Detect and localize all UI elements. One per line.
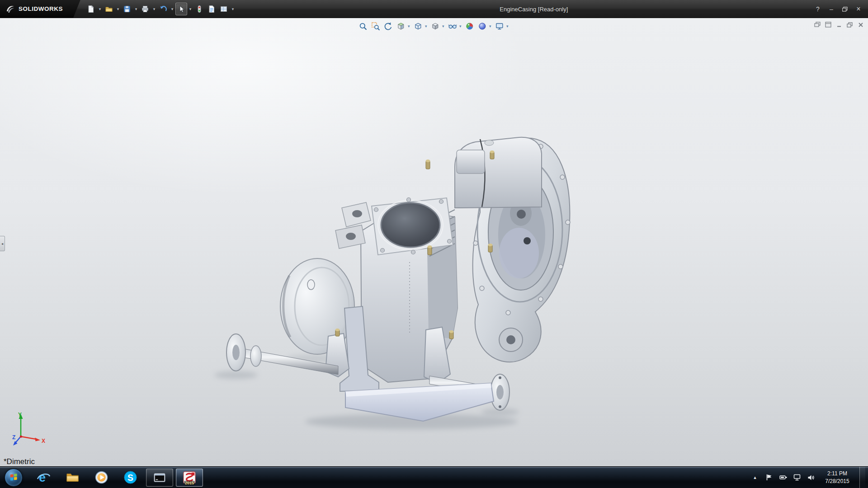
- taskbar-solidworks[interactable]: 2015: [176, 469, 203, 487]
- view-orientation-icon: [413, 22, 422, 31]
- undo-button[interactable]: [157, 3, 169, 15]
- doc-minimize-icon: [836, 22, 842, 28]
- view-settings-button[interactable]: [494, 20, 505, 32]
- taskbar: e: [0, 466, 868, 488]
- options-dropdown[interactable]: ▾: [230, 7, 236, 11]
- file-properties-button[interactable]: [206, 3, 217, 15]
- taskbar-command-prompt[interactable]: [146, 469, 173, 487]
- main-toolbar: ▾ ▾ ▾: [85, 3, 236, 15]
- hide-show-items-dropdown[interactable]: ▾: [458, 24, 462, 28]
- section-view-icon: [396, 22, 405, 31]
- triad-y-label: Y: [18, 412, 22, 418]
- undo-dropdown[interactable]: ▾: [170, 7, 175, 11]
- display-style-dropdown[interactable]: ▾: [441, 24, 445, 28]
- open-dropdown[interactable]: ▾: [115, 7, 121, 11]
- taskbar-windows-explorer[interactable]: [58, 467, 87, 488]
- help-button[interactable]: ?: [812, 4, 824, 14]
- new-document-icon: [87, 5, 95, 13]
- doc-cascade-button[interactable]: [813, 21, 821, 28]
- triad-z-label: Z: [12, 434, 15, 441]
- solidworks-logo: SOLIDWORKS: [0, 0, 80, 18]
- ds-logo-icon: [5, 4, 15, 14]
- open-button[interactable]: [103, 3, 115, 15]
- view-orientation-button[interactable]: [412, 20, 424, 32]
- taskbar-clock[interactable]: 2:11 PM 7/28/2015: [821, 470, 854, 484]
- doc-close-icon: [858, 22, 863, 28]
- svg-text:e: e: [39, 471, 46, 484]
- volume-icon[interactable]: [807, 474, 815, 482]
- print-dropdown[interactable]: ▾: [151, 7, 157, 11]
- solidworks-window: SOLIDWORKS ▾ ▾: [0, 0, 868, 488]
- media-player-icon: [94, 470, 108, 484]
- display-style-icon: [430, 22, 439, 31]
- zoom-to-fit-icon: [358, 22, 367, 31]
- restore-button[interactable]: [839, 4, 851, 14]
- svg-text:S: S: [127, 473, 133, 483]
- undo-icon: [159, 5, 167, 13]
- engine-casing-model: [0, 18, 868, 466]
- network-icon[interactable]: [793, 474, 801, 482]
- save-dropdown[interactable]: ▾: [133, 7, 139, 11]
- cascade-windows-icon: [814, 22, 821, 28]
- file-properties-icon: [208, 5, 216, 13]
- system-tray: ▴: [751, 467, 868, 488]
- zoom-to-area-button[interactable]: [370, 20, 381, 32]
- print-icon: [141, 5, 149, 13]
- view-settings-dropdown[interactable]: ▾: [505, 24, 509, 28]
- previous-view-button[interactable]: [382, 20, 394, 32]
- hide-show-items-icon: [448, 22, 457, 31]
- section-view-button[interactable]: [395, 20, 406, 32]
- doc-restore-button[interactable]: [846, 21, 854, 28]
- taskbar-internet-explorer[interactable]: e: [29, 467, 58, 488]
- edit-appearance-button[interactable]: [464, 20, 475, 32]
- doc-restore-icon: [847, 22, 853, 28]
- apply-scene-icon: [477, 22, 486, 31]
- tray-expand-chevron[interactable]: ▴: [751, 474, 759, 480]
- hide-show-items-button[interactable]: [447, 20, 458, 32]
- triad-x-label: X: [42, 438, 45, 444]
- power-icon[interactable]: [779, 474, 787, 482]
- graphics-area[interactable]: ▾ ▾ ▾: [0, 18, 868, 466]
- doc-minimize-button[interactable]: [835, 21, 843, 28]
- command-prompt-icon: [153, 471, 166, 484]
- windows-logo-icon: [9, 473, 18, 482]
- close-button[interactable]: ×: [853, 4, 864, 14]
- taskbar-media-player[interactable]: [87, 467, 116, 488]
- open-icon: [105, 5, 113, 13]
- doc-tile-button[interactable]: [824, 21, 832, 28]
- view-settings-icon: [495, 22, 504, 31]
- window-controls: ? – ×: [812, 0, 864, 18]
- zoom-to-fit-button[interactable]: [357, 20, 368, 32]
- section-view-dropdown[interactable]: ▾: [407, 24, 411, 28]
- new-document-button[interactable]: [85, 3, 97, 15]
- brand-text: SOLIDWORKS: [19, 5, 63, 12]
- restore-icon: [842, 7, 848, 12]
- doc-close-button[interactable]: [857, 21, 864, 28]
- internet-explorer-icon: e: [36, 470, 51, 485]
- options-icon: [220, 5, 228, 13]
- clock-date: 7/28/2015: [821, 478, 854, 485]
- apply-scene-dropdown[interactable]: ▾: [488, 24, 492, 28]
- minimize-button[interactable]: –: [826, 4, 837, 14]
- action-center-flag-icon[interactable]: [765, 474, 773, 482]
- start-button[interactable]: [5, 469, 23, 487]
- folder-icon: [66, 470, 80, 484]
- window-title: EngineCasing [Read-only]: [500, 5, 568, 12]
- panel-collapse-tab[interactable]: ◂: [0, 236, 5, 251]
- show-desktop-button[interactable]: [859, 467, 865, 488]
- save-button[interactable]: [121, 3, 133, 15]
- print-button[interactable]: [139, 3, 151, 15]
- save-icon: [123, 5, 131, 13]
- display-style-button[interactable]: [429, 20, 441, 32]
- taskbar-skype[interactable]: S: [116, 467, 145, 488]
- orientation-triad: Y X Z: [12, 411, 50, 447]
- new-document-dropdown[interactable]: ▾: [97, 7, 103, 11]
- apply-scene-button[interactable]: [476, 20, 488, 32]
- document-window-controls: [813, 21, 864, 28]
- rebuild-button[interactable]: [193, 3, 205, 15]
- select-tool-dropdown[interactable]: ▾: [188, 7, 193, 11]
- options-button[interactable]: [218, 3, 230, 15]
- view-orientation-dropdown[interactable]: ▾: [424, 24, 428, 28]
- select-tool-button[interactable]: [175, 3, 187, 15]
- tile-windows-icon: [825, 22, 831, 28]
